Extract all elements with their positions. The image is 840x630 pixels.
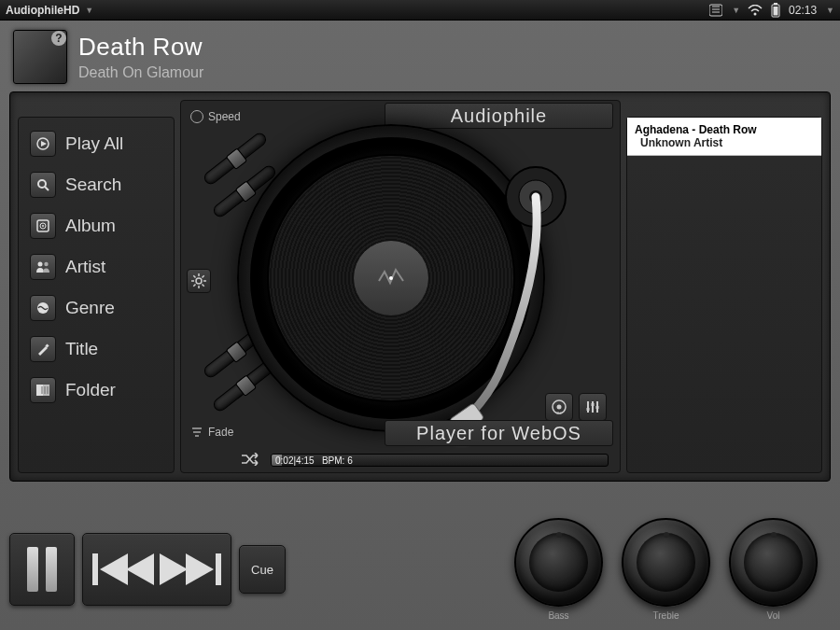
play-icon xyxy=(30,131,56,157)
svg-point-14 xyxy=(42,225,44,227)
knob-label: Treble xyxy=(653,610,679,621)
main-panel: Play All Search Album Artist Genre Title… xyxy=(9,91,831,482)
svg-point-10 xyxy=(38,180,46,188)
fade-icon xyxy=(190,426,203,439)
transport-bar: Cue Bass Treble Vol xyxy=(0,511,840,630)
album-icon xyxy=(30,213,56,239)
sidebar-item-label: Genre xyxy=(65,298,115,318)
svg-point-35 xyxy=(529,190,542,203)
settings-button[interactable] xyxy=(187,269,211,293)
svg-rect-52 xyxy=(216,553,221,585)
dj-icon: DJ xyxy=(551,399,567,415)
svg-line-29 xyxy=(193,285,195,287)
cue-button[interactable]: Cue xyxy=(239,545,286,594)
playlist-item-artist: Unknown Artist xyxy=(640,136,722,149)
playlist-item[interactable]: Aghadena - Death Row Unknown Artist xyxy=(627,118,821,156)
knob-label: Vol xyxy=(767,610,780,621)
card-switcher-icon[interactable] xyxy=(709,4,722,17)
sidebar-item-label: Search xyxy=(65,175,121,195)
sidebar-item-title[interactable]: Title xyxy=(28,332,164,366)
unknown-art-icon: ? xyxy=(51,31,66,46)
now-playing-header: ? Death Row Death On Glamour xyxy=(0,21,840,90)
battery-icon[interactable] xyxy=(770,3,781,18)
speed-label: Speed xyxy=(190,110,241,123)
svg-rect-46 xyxy=(596,406,599,409)
sidebar-item-search[interactable]: Search xyxy=(28,168,164,202)
gear-icon xyxy=(191,273,206,288)
pause-icon xyxy=(27,547,57,592)
eq-icon xyxy=(585,399,600,414)
sidebar-item-label: Artist xyxy=(65,257,105,277)
fade-label: Fade xyxy=(190,426,233,439)
turntable-area: Audiophile Speed Fade xyxy=(180,100,621,473)
svg-rect-20 xyxy=(43,385,49,396)
svg-marker-49 xyxy=(126,553,154,585)
folder-icon xyxy=(30,377,56,403)
sidebar-item-artist[interactable]: Artist xyxy=(28,250,164,284)
title-icon xyxy=(30,336,56,362)
genre-icon xyxy=(30,295,56,321)
wifi-icon[interactable] xyxy=(748,5,763,16)
knob-label: Bass xyxy=(548,610,568,621)
app-menu-icon[interactable]: ▼ xyxy=(85,6,93,15)
bpm-value: 6 xyxy=(347,455,353,466)
time-total: 4:15 xyxy=(296,455,314,466)
svg-marker-48 xyxy=(100,553,128,585)
playlist-panel: Aghadena - Death Row Unknown Artist xyxy=(626,117,822,473)
sidebar-item-album[interactable]: Album xyxy=(28,209,164,243)
svg-marker-51 xyxy=(186,553,214,585)
svg-rect-47 xyxy=(92,553,98,585)
dj-button[interactable]: DJ xyxy=(545,393,573,421)
svg-point-4 xyxy=(754,12,757,15)
svg-point-39 xyxy=(557,405,562,410)
shuffle-button[interactable] xyxy=(241,453,259,469)
sidebar-item-play-all[interactable]: Play All xyxy=(28,127,164,161)
svg-marker-50 xyxy=(160,553,188,585)
progress-bar[interactable]: 0:02|4:15 BPM: 6 xyxy=(271,454,609,467)
brand-bottom: Player for WebOS xyxy=(385,420,613,446)
bass-knob[interactable]: Bass xyxy=(514,518,603,621)
svg-point-21 xyxy=(196,278,202,284)
playlist-item-title: Aghadena - Death Row xyxy=(635,123,757,136)
volume-knob[interactable]: Vol xyxy=(729,518,818,621)
svg-point-16 xyxy=(44,262,48,266)
artist-icon xyxy=(30,254,56,280)
svg-line-26 xyxy=(193,275,195,277)
next-button[interactable] xyxy=(160,553,221,585)
svg-line-28 xyxy=(203,275,204,277)
sidebar-item-label: Play All xyxy=(65,133,123,154)
app-title[interactable]: AudiophileHD xyxy=(6,4,79,17)
eq-button[interactable] xyxy=(579,393,607,421)
prev-button[interactable] xyxy=(92,553,154,585)
treble-knob[interactable]: Treble xyxy=(622,518,710,621)
search-icon xyxy=(30,172,56,198)
track-title: Death Row xyxy=(78,33,203,62)
sidebar-item-folder[interactable]: Folder xyxy=(28,373,164,407)
bpm-label: BPM: xyxy=(322,455,344,466)
sidebar-item-label: Folder xyxy=(65,380,116,400)
sidebar-item-label: Title xyxy=(65,339,98,359)
status-bar: AudiophileHD ▼ ▼ 02:13 ▼ xyxy=(0,0,840,21)
svg-line-11 xyxy=(45,187,49,190)
turntable[interactable] xyxy=(237,124,545,432)
library-sidebar: Play All Search Album Artist Genre Title… xyxy=(18,117,175,473)
svg-marker-9 xyxy=(41,141,47,147)
clock-menu-icon[interactable]: ▼ xyxy=(826,6,834,15)
play-pause-button[interactable] xyxy=(9,533,75,606)
system-menu-icon[interactable]: ▼ xyxy=(732,6,740,15)
sidebar-item-genre[interactable]: Genre xyxy=(28,291,164,325)
svg-text:DJ: DJ xyxy=(557,411,562,415)
time-elapsed: 0:02 xyxy=(275,455,293,466)
track-artist: Death On Glamour xyxy=(78,64,203,81)
svg-rect-44 xyxy=(587,408,590,411)
svg-point-15 xyxy=(38,262,43,267)
album-art[interactable]: ? xyxy=(13,30,67,84)
speed-icon xyxy=(190,110,203,123)
svg-rect-45 xyxy=(592,403,595,406)
svg-rect-6 xyxy=(774,3,777,5)
sidebar-item-label: Album xyxy=(65,216,116,236)
seek-buttons xyxy=(82,533,231,606)
progress-row: 0:02|4:15 BPM: 6 xyxy=(235,452,609,469)
svg-line-27 xyxy=(203,285,204,287)
clock[interactable]: 02:13 xyxy=(789,4,817,17)
